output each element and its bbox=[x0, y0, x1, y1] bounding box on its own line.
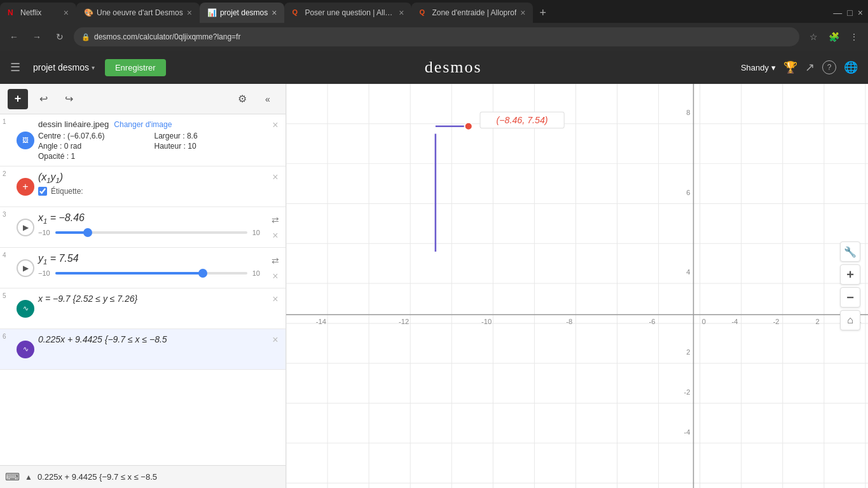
tab-alloprof1[interactable]: Q Poser une question | Alloprof × bbox=[284, 3, 411, 23]
etiquette-label: Étiquette: bbox=[51, 187, 83, 196]
user-name[interactable]: Shandy ▾ bbox=[741, 63, 776, 72]
zoom-in-button[interactable]: + bbox=[840, 264, 860, 285]
hamburger-menu[interactable]: ☰ bbox=[10, 60, 20, 74]
expr-5-close[interactable]: × bbox=[265, 288, 286, 329]
refresh-button[interactable]: ↻ bbox=[51, 28, 69, 46]
expr-2-close[interactable]: × bbox=[265, 166, 286, 207]
trophy-icon[interactable]: 🏆 bbox=[783, 60, 797, 74]
etiquette-checkbox[interactable] bbox=[38, 187, 47, 196]
close-icon[interactable]: × bbox=[858, 8, 863, 18]
globe-icon[interactable]: 🌐 bbox=[844, 60, 858, 74]
image-icon: 🖼 bbox=[17, 132, 34, 149]
forward-button[interactable]: → bbox=[28, 28, 46, 46]
address-text: desmos.com/calculator/0qljixqmme?lang=fr bbox=[94, 32, 240, 41]
tab-projet[interactable]: 📊 projet desmos × bbox=[200, 3, 285, 23]
slider-4-thumb[interactable] bbox=[198, 269, 207, 278]
tab-alloprof1-title: Poser une question | Alloprof bbox=[305, 8, 395, 17]
slider-4-max: 10 bbox=[252, 269, 260, 277]
expr-5-math: x = −9.7 {2.52 ≤ y ≤ 7.26} bbox=[38, 294, 260, 304]
share-icon[interactable]: ↗ bbox=[805, 60, 815, 74]
app-header: ☰ projet desmos ▾ Enregistrer desmos Sha… bbox=[0, 51, 868, 84]
svg-text:-2: -2 bbox=[773, 318, 780, 325]
expr-2-checkbox-row: Étiquette: bbox=[38, 187, 260, 196]
expr-6-math: 0.225x + 9.4425 {−9.7 ≤ x ≤ −8.5 bbox=[38, 334, 260, 344]
save-button[interactable]: Enregistrer bbox=[105, 59, 166, 76]
angle-value: 0 rad bbox=[64, 142, 81, 151]
slider-3-thumb[interactable] bbox=[83, 228, 92, 237]
left-panel: + ↩ ↪ ⚙ « 1 🖼 dessin linéaire.jpeg bbox=[0, 84, 286, 488]
arrows-icon-4[interactable]: ⇄ bbox=[268, 253, 283, 268]
expression-3: 3 ▶ x1 = −8.46 −10 bbox=[0, 207, 286, 248]
hauteur-value: 10 bbox=[188, 142, 196, 151]
svg-text:(−8.46, 7.54): (−8.46, 7.54) bbox=[497, 115, 548, 125]
expr-6-close[interactable]: × bbox=[265, 329, 286, 369]
expr-icon-2: + bbox=[15, 166, 36, 207]
home-button[interactable]: ⌂ bbox=[840, 310, 860, 330]
expr-content-5[interactable]: x = −9.7 {2.52 ≤ y ≤ 7.26} bbox=[36, 288, 265, 329]
tab-oeuvre[interactable]: 🎨 Une oeuvre d'art Desmos × bbox=[76, 3, 200, 23]
keyboard-expand-icon[interactable]: ▲ bbox=[25, 473, 32, 482]
expression-list: 1 🖼 dessin linéaire.jpeg Changer d'image… bbox=[0, 114, 286, 465]
add-expression-button[interactable]: + bbox=[8, 89, 28, 109]
expr-4-math[interactable]: y1 = 7.54 bbox=[38, 253, 260, 266]
undo-button[interactable]: ↩ bbox=[33, 89, 53, 109]
tab-oeuvre-close[interactable]: × bbox=[187, 8, 192, 18]
svg-text:-12: -12 bbox=[399, 318, 409, 325]
tab-alloprof1-close[interactable]: × bbox=[399, 8, 404, 18]
collapse-panel-button[interactable]: « bbox=[258, 89, 278, 109]
minimize-icon[interactable]: — bbox=[833, 8, 842, 18]
graph-toolbar: 🔧 + − ⌂ bbox=[840, 241, 860, 330]
expr-icon-3: ▶ bbox=[15, 207, 36, 247]
new-tab-button[interactable]: + bbox=[533, 3, 553, 23]
graph-area[interactable]: -14 -12 -10 -8 -6 -4 -2 0 2 4 8 6 4 bbox=[286, 84, 868, 488]
netflix-favicon: N bbox=[8, 8, 17, 17]
help-icon[interactable]: ? bbox=[822, 60, 836, 74]
extensions-icon[interactable]: 🧩 bbox=[825, 28, 843, 46]
menu-icon[interactable]: ⋮ bbox=[845, 28, 863, 46]
svg-text:-8: -8 bbox=[566, 318, 572, 325]
expr-number-3: 3 bbox=[0, 207, 15, 247]
slider-4-track[interactable] bbox=[55, 272, 247, 274]
expr-2-math[interactable]: (x1y1) bbox=[38, 172, 260, 184]
expr-3-math[interactable]: x1 = −8.46 bbox=[38, 212, 260, 225]
bookmark-icon[interactable]: ☆ bbox=[804, 28, 822, 46]
expr-3-close[interactable]: × bbox=[265, 230, 286, 241]
tab-alloprof2-title: Zone d'entraide | Alloprof bbox=[432, 8, 516, 17]
tab-alloprof2-close[interactable]: × bbox=[520, 8, 525, 18]
redo-button[interactable]: ↪ bbox=[59, 89, 79, 109]
expression-1: 1 🖼 dessin linéaire.jpeg Changer d'image… bbox=[0, 114, 286, 166]
wrench-button[interactable]: 🔧 bbox=[840, 241, 860, 262]
tab-netflix-close[interactable]: × bbox=[64, 8, 69, 18]
settings-button[interactable]: ⚙ bbox=[232, 89, 252, 109]
back-button[interactable]: ← bbox=[5, 28, 23, 46]
expr-icon-6: ∿ bbox=[15, 329, 36, 369]
svg-text:8: 8 bbox=[686, 109, 690, 116]
tab-netflix[interactable]: N Netflix × bbox=[0, 3, 76, 23]
arrows-icon-3[interactable]: ⇄ bbox=[268, 212, 283, 227]
zoom-out-button[interactable]: − bbox=[840, 287, 860, 308]
lock-icon: 🔒 bbox=[81, 33, 90, 41]
main-content: + ↩ ↪ ⚙ « 1 🖼 dessin linéaire.jpeg bbox=[0, 84, 868, 488]
centre-prop: Centre : (−6.07,6.6) bbox=[38, 132, 144, 140]
address-input[interactable]: 🔒 desmos.com/calculator/0qljixqmme?lang=… bbox=[74, 27, 799, 46]
angle-prop: Angle : 0 rad bbox=[38, 142, 144, 151]
tab-end-controls: — □ × bbox=[553, 3, 868, 23]
project-name[interactable]: projet desmos ▾ bbox=[33, 62, 95, 72]
tab-projet-close[interactable]: × bbox=[272, 8, 277, 18]
expr-4-close[interactable]: × bbox=[265, 271, 286, 282]
slider-4-fill bbox=[55, 272, 203, 274]
expr-1-close[interactable]: × bbox=[265, 114, 286, 166]
alloprof1-favicon: Q bbox=[292, 8, 301, 17]
slider-3-track[interactable] bbox=[55, 231, 247, 234]
expr-content-6[interactable]: 0.225x + 9.4425 {−9.7 ≤ x ≤ −8.5 bbox=[36, 329, 265, 369]
play-button-4[interactable]: ▶ bbox=[17, 259, 34, 277]
svg-text:0: 0 bbox=[702, 318, 706, 325]
slider-4-min: −10 bbox=[38, 269, 50, 277]
tab-alloprof2[interactable]: Q Zone d'entraide | Alloprof × bbox=[411, 3, 533, 23]
maximize-icon[interactable]: □ bbox=[847, 8, 852, 18]
change-image-button[interactable]: Changer d'image bbox=[114, 120, 172, 129]
keyboard-icon[interactable]: ⌨ bbox=[5, 471, 20, 483]
play-button-3[interactable]: ▶ bbox=[17, 219, 34, 236]
svg-text:4: 4 bbox=[686, 269, 690, 276]
opacite-prop: Opacité : 1 bbox=[38, 152, 144, 161]
